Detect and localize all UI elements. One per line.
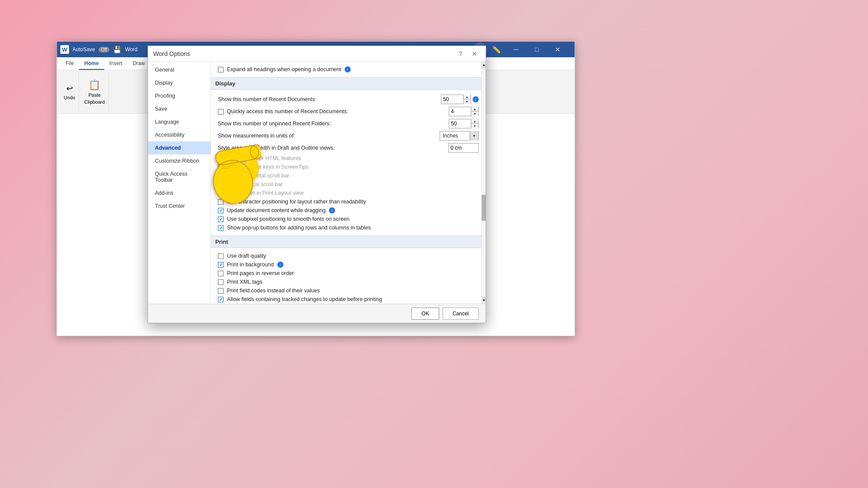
quick-recent-row: Quickly access this number of Recent Doc… xyxy=(218,105,479,118)
tab-file[interactable]: File xyxy=(60,58,79,70)
autosave-toggle[interactable]: Off xyxy=(99,47,109,52)
word-logo-icon: W xyxy=(60,45,69,54)
tab-insert[interactable]: Insert xyxy=(104,58,128,70)
update-content-checkbox[interactable] xyxy=(218,208,224,213)
subpixel-label: Use subpixel positioning to smooth fonts… xyxy=(227,216,349,222)
nav-item-language[interactable]: Language xyxy=(148,115,210,128)
show-pixels-checkbox[interactable] xyxy=(218,156,224,161)
unpinned-folders-row: Show this number of unpinned Recent Fold… xyxy=(218,118,479,130)
paste-icon[interactable]: 📋 xyxy=(89,79,100,91)
quick-recent-up[interactable]: ▲ xyxy=(471,107,478,111)
scrollbar-thumb[interactable] xyxy=(482,195,486,221)
popup-buttons-label: Show pop-up buttons for adding rows and … xyxy=(227,225,371,231)
nav-item-save[interactable]: Save xyxy=(148,102,210,115)
char-position-checkbox[interactable] xyxy=(218,199,224,205)
recent-docs-up[interactable]: ▲ xyxy=(464,95,470,99)
dialog-title: Word Options xyxy=(153,50,190,57)
unpinned-folders-value[interactable] xyxy=(449,119,471,128)
pen-icon[interactable]: ✏️ xyxy=(492,46,501,54)
nav-item-display[interactable]: Display xyxy=(148,76,210,89)
recent-docs-right: ▲ ▼ i xyxy=(441,95,479,104)
dialog-close-button[interactable]: ✕ xyxy=(468,48,480,60)
close-window-button[interactable]: ✕ xyxy=(548,42,568,57)
print-xml-checkbox[interactable] xyxy=(218,279,224,285)
quick-recent-down[interactable]: ▼ xyxy=(471,111,478,116)
scroll-up-button[interactable]: ▲ xyxy=(482,62,486,69)
expand-headings-row: Expand all headings when opening a docum… xyxy=(218,65,479,74)
unpinned-folders-left: Show this number of unpinned Recent Fold… xyxy=(218,121,331,127)
draft-quality-row: Use draft quality xyxy=(218,252,479,260)
show-pixels-row: Show pixels for HTML features xyxy=(218,154,479,163)
tracked-changes-checkbox[interactable] xyxy=(218,297,224,302)
reverse-order-row: Print pages in reverse order xyxy=(218,269,479,278)
minimize-button[interactable]: ─ xyxy=(506,42,526,57)
ruler-row: Show Ruler in Print Layout view xyxy=(218,189,479,197)
ruler-checkbox[interactable] xyxy=(218,190,224,196)
draft-quality-checkbox[interactable] xyxy=(218,253,224,259)
recent-docs-info-icon[interactable]: i xyxy=(473,96,479,102)
subpixel-checkbox[interactable] xyxy=(218,216,224,222)
unpinned-folders-arrows: ▲ ▼ xyxy=(471,119,478,128)
unpinned-folders-label: Show this number of unpinned Recent Fold… xyxy=(218,121,331,127)
measurements-select[interactable]: Inches ▼ xyxy=(440,131,479,141)
recent-docs-down[interactable]: ▼ xyxy=(464,99,470,104)
nav-item-customize-ribbon[interactable]: Customize Ribbon xyxy=(148,154,210,167)
print-background-info-icon[interactable]: i xyxy=(277,262,283,268)
quick-recent-value[interactable] xyxy=(449,107,471,116)
style-area-value[interactable] xyxy=(448,143,479,153)
recent-docs-value[interactable] xyxy=(441,95,463,104)
unpinned-folders-input[interactable]: ▲ ▼ xyxy=(449,119,479,128)
nav-item-general[interactable]: General xyxy=(148,63,210,76)
nav-item-accessibility[interactable]: Accessibility xyxy=(148,128,210,141)
nav-item-add-ins[interactable]: Add-ins xyxy=(148,187,210,200)
vertical-scroll-checkbox[interactable] xyxy=(218,182,224,187)
field-codes-checkbox[interactable] xyxy=(218,288,224,294)
word-doc-title: Word xyxy=(125,46,137,52)
quick-recent-checkbox[interactable] xyxy=(218,109,224,115)
horizontal-scroll-checkbox[interactable] xyxy=(218,173,224,179)
nav-item-quick-access-toolbar[interactable]: Quick Access Toolbar xyxy=(148,167,210,187)
scrollbar-track[interactable]: ▲ ▼ xyxy=(481,62,486,304)
undo-icon[interactable]: ↩ xyxy=(66,84,73,93)
nav-item-proofing[interactable]: Proofing xyxy=(148,89,210,102)
recent-docs-input[interactable]: ▲ ▼ xyxy=(441,95,471,104)
dialog-help-button[interactable]: ? xyxy=(454,48,467,60)
nav-item-trust-center[interactable]: Trust Center xyxy=(148,200,210,213)
scroll-down-button[interactable]: ▼ xyxy=(482,297,486,304)
unpinned-folders-up[interactable]: ▲ xyxy=(471,119,478,124)
dialog-nav: General Display Proofing Save Language A… xyxy=(148,62,211,304)
tab-home[interactable]: Home xyxy=(79,58,104,70)
cancel-button[interactable]: Cancel xyxy=(443,308,479,320)
tab-draw[interactable]: Draw xyxy=(128,58,150,70)
draft-quality-label: Use draft quality xyxy=(227,253,266,259)
recent-docs-left: Show this number of Recent Documents: xyxy=(218,96,316,102)
vertical-scroll-label: Show vertical scroll bar xyxy=(227,181,283,187)
measurements-arrow-icon[interactable]: ▼ xyxy=(470,131,478,141)
expand-headings-checkbox[interactable] xyxy=(218,67,224,72)
field-codes-row: Print field codes instead of their value… xyxy=(218,286,479,295)
popup-buttons-checkbox[interactable] xyxy=(218,225,224,231)
shortcut-keys-checkbox[interactable] xyxy=(218,164,224,170)
reverse-order-checkbox[interactable] xyxy=(218,271,224,276)
measurements-right: Inches ▼ xyxy=(440,131,479,141)
update-content-info-icon[interactable]: i xyxy=(329,207,335,213)
show-pixels-label: Show pixels for HTML features xyxy=(227,155,301,161)
maximize-button[interactable]: □ xyxy=(527,42,547,57)
tracked-changes-row: Allow fields containing tracked changes … xyxy=(218,295,479,304)
unpinned-folders-down[interactable]: ▼ xyxy=(471,124,478,128)
subpixel-row: Use subpixel positioning to smooth fonts… xyxy=(218,215,479,223)
shortcut-keys-row: Show shortcut keys in ScreenTips xyxy=(218,163,479,171)
expand-headings-info-icon[interactable]: i xyxy=(345,66,351,72)
shortcut-keys-label: Show shortcut keys in ScreenTips xyxy=(227,164,309,170)
field-codes-label: Print field codes instead of their value… xyxy=(227,288,320,294)
dialog-content-area[interactable]: Expand all headings when opening a docum… xyxy=(211,62,486,304)
nav-item-advanced[interactable]: Advanced xyxy=(148,141,210,154)
dialog-footer: OK Cancel xyxy=(148,304,486,323)
ok-button[interactable]: OK xyxy=(411,308,439,320)
save-icon[interactable]: 💾 xyxy=(113,46,122,54)
quick-recent-input[interactable]: ▲ ▼ xyxy=(449,107,479,116)
measurements-group: Show measurements in units of: Inches ▼ xyxy=(218,131,479,141)
style-area-label: Style area pane width in Draft and Outli… xyxy=(218,145,335,151)
print-background-checkbox[interactable] xyxy=(218,262,224,268)
style-area-right xyxy=(448,143,479,153)
